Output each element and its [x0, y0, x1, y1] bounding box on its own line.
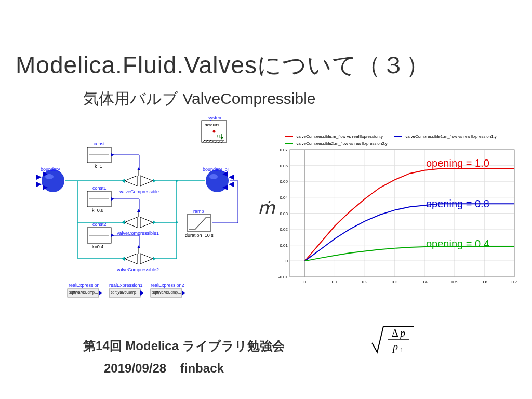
label-sqrt1: sqrt(valveComp…	[111, 290, 140, 294]
page-subtitle: 気体用バルブ ValveCompressible	[83, 88, 316, 110]
label-realexpr1: realExpression1	[109, 283, 143, 288]
svg-text:-0.01: -0.01	[278, 275, 288, 280]
svg-point-14	[45, 174, 54, 179]
label-valve0: valveCompressible	[119, 189, 159, 194]
label-k08: k=0.8	[92, 208, 103, 213]
svg-text:0.05: 0.05	[280, 179, 288, 184]
svg-line-5	[205, 140, 208, 143]
label-valve2: valveCompressible2	[117, 267, 159, 272]
label-duration: duration=10 s	[185, 233, 214, 238]
svg-marker-43	[137, 209, 140, 212]
svg-line-6	[208, 140, 211, 143]
svg-marker-58	[140, 290, 143, 296]
annot-opening-04: opening = 0.4	[426, 238, 489, 250]
page-title: Modelica.Fluid.Valvesについて（３）	[16, 49, 430, 82]
svg-point-20	[209, 174, 218, 179]
annot-opening-08: opening = 0.8	[426, 198, 489, 210]
svg-text:0: 0	[304, 280, 307, 284]
label-realexpr2: realExpression2	[151, 283, 184, 288]
modelica-diagram: system defaults g boundary boundary_pT c…	[16, 118, 255, 311]
label-boundary: boundary	[41, 167, 60, 172]
svg-text:1: 1	[400, 346, 404, 354]
svg-text:0.7: 0.7	[511, 280, 517, 284]
equation-sqrt-dp-over-p1: Δ p p 1	[369, 322, 431, 358]
svg-marker-60	[182, 290, 185, 296]
svg-marker-15	[36, 175, 42, 180]
svg-marker-47	[140, 254, 153, 264]
svg-text:0.03: 0.03	[280, 211, 288, 216]
svg-marker-40	[125, 217, 137, 228]
label-valve1: valveCompressible1	[117, 231, 159, 236]
svg-line-10	[221, 140, 223, 143]
label-ramp: ramp	[193, 209, 204, 214]
legend-series-1: valveCompressible.m_flow vs realExpressi…	[285, 134, 383, 139]
svg-marker-41	[140, 217, 153, 228]
label-sqrt2: sqrt(valveComp…	[152, 290, 181, 294]
svg-text:0.4: 0.4	[422, 280, 428, 284]
svg-point-52	[176, 180, 178, 182]
svg-marker-56	[99, 290, 102, 296]
label-boundary-pt: boundary_pT	[203, 167, 230, 172]
label-g: g	[217, 133, 220, 138]
svg-text:0.06: 0.06	[280, 164, 288, 168]
svg-marker-38	[122, 179, 125, 183]
label-const: const	[94, 141, 105, 147]
svg-line-7	[211, 140, 214, 143]
svg-text:0.01: 0.01	[280, 243, 288, 248]
svg-point-53	[176, 221, 178, 223]
label-const1: const1	[92, 185, 107, 191]
svg-text:Δ: Δ	[392, 327, 398, 339]
svg-text:0.07: 0.07	[280, 148, 288, 152]
svg-marker-46	[125, 254, 137, 264]
svg-line-4	[202, 140, 205, 143]
label-k1: k=1	[95, 164, 102, 169]
svg-text:0.3: 0.3	[392, 280, 398, 284]
svg-marker-16	[36, 182, 42, 187]
svg-marker-37	[137, 167, 140, 170]
svg-point-2	[213, 130, 216, 133]
label-system: system	[208, 115, 223, 121]
legend-series-2: valveCompressible1.m_flow vs realExpress…	[394, 134, 497, 139]
svg-line-9	[218, 140, 220, 143]
svg-text:0.6: 0.6	[482, 280, 488, 284]
svg-marker-34	[125, 176, 137, 186]
svg-text:p: p	[399, 327, 405, 339]
svg-text:0.02: 0.02	[280, 227, 288, 232]
svg-marker-44	[122, 220, 125, 224]
svg-rect-54	[187, 215, 211, 231]
svg-marker-35	[140, 176, 153, 186]
svg-marker-22	[229, 182, 234, 187]
footer-event: 第14回 Modelica ライブラリ勉強会	[83, 338, 285, 354]
svg-text:0.04: 0.04	[280, 195, 288, 200]
label-sqrt0: sqrt(valveComp…	[69, 290, 98, 294]
svg-text:p: p	[392, 341, 398, 353]
chart-mflow-vs-sqrt: valveCompressible.m_flow vs realExpressi…	[270, 134, 520, 290]
label-realexpr: realExpression	[69, 283, 100, 288]
annot-opening-1: opening = 1.0	[426, 157, 489, 169]
svg-marker-49	[137, 245, 140, 248]
svg-text:0.1: 0.1	[332, 280, 338, 284]
svg-text:0.5: 0.5	[451, 280, 458, 284]
label-const2: const2	[92, 222, 107, 227]
svg-line-8	[215, 140, 217, 143]
footer-date-author: 2019/09/28 finback	[104, 361, 224, 376]
label-k04: k=0.4	[92, 244, 103, 249]
svg-marker-50	[122, 257, 125, 261]
svg-text:0: 0	[286, 259, 288, 263]
svg-marker-21	[229, 175, 234, 180]
label-defaults: defaults	[205, 123, 219, 127]
svg-text:0.2: 0.2	[362, 280, 368, 284]
